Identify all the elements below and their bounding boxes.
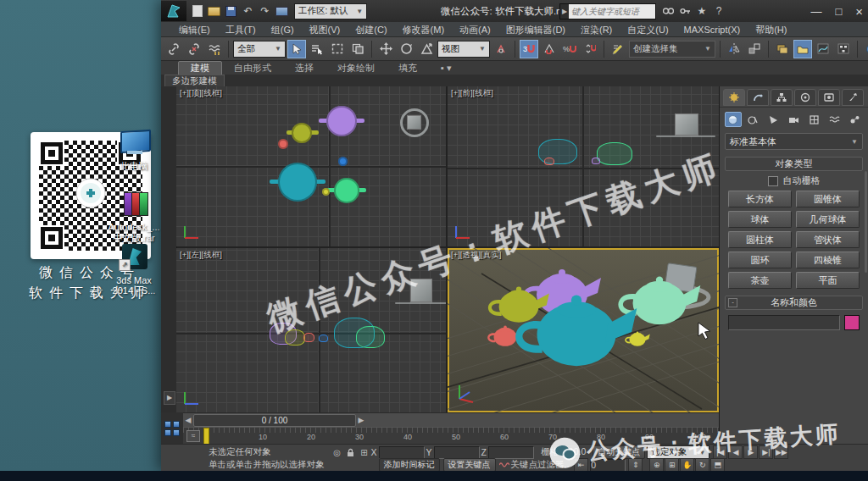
x-coordinate-field[interactable] [379,446,425,459]
menu-item-5[interactable]: 修改器(M) [395,22,453,37]
spacewarps-category-icon[interactable] [826,112,843,127]
selection-filter-dropdown[interactable]: 全部▼ [233,41,286,58]
close-button[interactable]: × [855,4,863,19]
key-filters-label[interactable]: 关键点过滤器.. [511,459,570,471]
favorites-star-icon[interactable]: ★ [693,3,710,19]
angle-snap-icon[interactable] [540,40,559,58]
utilities-tab-icon[interactable] [842,89,864,106]
spinner-snap-icon[interactable] [581,40,599,58]
menu-item-2[interactable]: 组(G) [264,22,302,37]
viewport-perspective[interactable]: [+][透视][真实] [448,248,719,412]
auto-key-button[interactable]: 自动关键点 [593,445,645,459]
helpers-category-icon[interactable] [805,112,822,127]
box-top[interactable] [407,115,421,130]
rollout-collapse-icon[interactable]: - [728,298,737,307]
go-to-end-button[interactable]: ▶▶ [774,445,788,459]
search-arrow-icon[interactable]: ▶ [560,4,569,19]
menu-item-7[interactable]: 图形编辑器(D) [498,22,573,37]
teapot-front-red[interactable] [544,158,554,165]
select-by-name-icon[interactable] [308,40,326,58]
maximize-button[interactable]: □ [835,5,842,18]
align-icon[interactable] [745,40,764,58]
display-tab-icon[interactable] [818,89,840,106]
named-selection-sets-dropdown[interactable]: 创建选择集▼ [629,41,715,58]
pan-hand-icon[interactable]: ✋ [680,458,694,472]
teapot-left-blue[interactable] [319,334,328,342]
teapot-top-purple[interactable] [326,106,357,136]
select-and-rotate-icon[interactable] [397,40,415,58]
go-to-start-button[interactable]: |◀ [713,445,727,459]
primitive-button-1[interactable]: 圆锥体 [796,191,860,207]
menu-item-4[interactable]: 创建(C) [348,22,394,37]
previous-frame-button[interactable]: ◀ [728,445,743,459]
help-icon[interactable]: ? [710,3,727,19]
track-bar[interactable]: ≈ 102030405060708090100 [183,427,719,445]
3dsmax-logo-icon[interactable] [161,1,186,21]
primitive-button-7[interactable]: 四棱锥 [796,252,860,268]
z-coordinate-field[interactable] [488,446,534,459]
cameras-category-icon[interactable] [786,112,803,127]
zoom-viewport-icon[interactable]: ⊕ [649,458,664,472]
teapot-front-purple[interactable] [592,158,600,164]
primitive-button-2[interactable]: 球体 [728,211,792,228]
teapot-top-teal[interactable] [278,163,317,202]
reference-coordinate-dropdown[interactable]: 视图▼ [437,41,490,58]
viewport-top[interactable]: [+][顶][线框] [176,86,446,246]
primitive-category-dropdown[interactable]: 标准基本体 ▼ [725,133,863,150]
menu-item-1[interactable]: 工具(T) [218,22,264,37]
add-time-tag[interactable]: 添加时间标记 [379,458,440,472]
key-icon[interactable] [676,3,693,19]
primitive-button-5[interactable]: 管状体 [796,231,860,248]
minimize-button[interactable]: — [810,5,821,18]
layer-manager-icon[interactable] [773,40,792,58]
viewport-front[interactable]: [+][前][线框] [448,86,719,246]
undo-icon[interactable]: ↶ [241,4,255,18]
toggle-layer-explorer-icon[interactable] [793,40,812,58]
layout-tab-arrow-icon[interactable]: ▶ [164,391,175,405]
use-pivot-center-icon[interactable] [492,40,510,58]
ribbon-tab-3[interactable]: 对象绘制 [326,62,387,75]
name-color-rollout[interactable]: -名称和颜色 [725,296,863,310]
object-color-swatch[interactable] [844,315,860,330]
menu-item-0[interactable]: 编辑(E) [171,22,218,37]
menu-item-8[interactable]: 渲染(R) [573,22,620,37]
teapot-top-olive[interactable] [292,123,312,143]
window-crossing-icon[interactable] [348,40,367,58]
geometry-category-icon[interactable] [725,112,742,127]
schematic-view-icon[interactable] [834,40,853,58]
menu-item-10[interactable]: MAXScript(X) [676,22,748,37]
teapot-left-red[interactable] [303,333,314,342]
time-slider[interactable]: ◀ 0 / 100 ▶ [183,412,719,428]
next-frame-button[interactable]: ▶| [759,445,773,459]
select-object-icon[interactable] [287,40,306,58]
teapot-front-green[interactable] [597,142,632,165]
ribbon-tab-2[interactable]: 选择 [283,62,326,75]
primitive-button-9[interactable]: 平面 [796,272,860,289]
viewport-perspective-label[interactable]: [+][透视][真实] [451,250,501,261]
frame-back-arrow[interactable]: ◀ [183,415,193,426]
select-and-link-icon[interactable] [164,40,183,58]
ribbon-minimize-icon[interactable]: ▪ ▾ [429,62,463,75]
isolate-selection-icon[interactable]: ◎ [331,446,344,458]
render-setup-icon[interactable] [862,40,868,58]
ribbon-tab-0[interactable]: 建模 [178,61,222,75]
current-frame-field[interactable]: 0 [590,459,626,472]
teapot-left-green[interactable] [356,326,385,348]
teapot-top-yellow[interactable] [322,188,330,196]
lights-category-icon[interactable] [765,112,782,127]
mirror-icon[interactable] [725,40,743,58]
menu-item-6[interactable]: 动画(A) [452,22,498,37]
new-file-icon[interactable] [190,4,204,18]
primitive-button-8[interactable]: 茶壶 [728,272,792,289]
shapes-category-icon[interactable] [745,112,762,127]
menu-item-3[interactable]: 视图(V) [302,22,348,37]
maximize-viewport-toggle-icon[interactable]: ⬒ [710,458,725,472]
motion-tab-icon[interactable] [794,89,816,106]
modify-tab-icon[interactable] [747,89,769,106]
select-and-scale-icon[interactable] [417,40,436,58]
viewport-left-label[interactable]: [+][左][线框] [180,250,222,261]
bind-to-spacewarp-icon[interactable] [205,40,224,58]
absolute-mode-icon[interactable]: ⊞ [358,446,371,458]
help-search-box[interactable]: ▶ [559,3,656,19]
y-coordinate-field[interactable] [434,446,480,459]
